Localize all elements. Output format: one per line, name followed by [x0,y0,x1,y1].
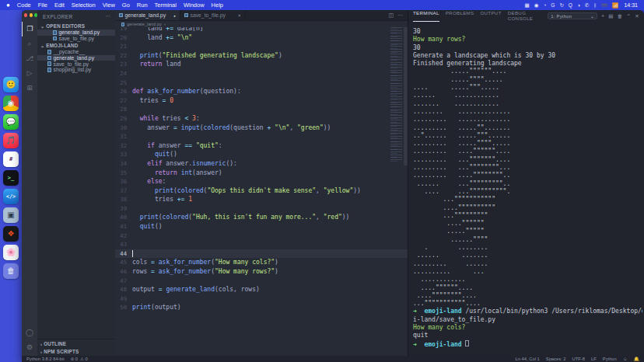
code-line[interactable]: 48 output = generate_land(cols, rows) [115,285,408,294]
code-line[interactable]: 20 land += "\n" [115,33,408,43]
open-editors-header[interactable]: OPEN EDITORS [37,22,115,30]
tab-generate-land[interactable]: generate_land.py [115,10,180,20]
dock-terminal-icon[interactable]: >_ [3,170,19,186]
code-line[interactable]: 45 cols = ask_for_number("How many cols?… [115,258,408,267]
section-outline[interactable]: OUTLINE [37,339,115,347]
activity-search-icon[interactable]: ⌕ [22,37,37,51]
code-line[interactable]: 21 [115,42,408,51]
code-line[interactable]: 41 quit() [115,222,408,231]
code-line[interactable]: 26 def ask_for_number(question): [115,87,408,96]
dock-trash-icon[interactable]: 🗑 [3,263,19,279]
dock-chrome-icon[interactable]: ◉ [3,96,19,111]
status-cursor-position[interactable]: Ln 44, Col 1 [516,357,540,361]
code-line[interactable]: 46 rows = ask_for_number("How many rows?… [115,267,408,277]
code-line[interactable]: 23 return land [115,60,408,69]
code-line[interactable]: 49 [115,294,408,304]
terminal-action-icon[interactable]: + [601,13,604,19]
code-line[interactable]: 36 else: [115,177,408,186]
code-area[interactable]: 19 land += data[n] 20 land += "\n" 21 22… [115,24,408,356]
code-line[interactable]: 27 tries = 0 [115,96,408,106]
code-line[interactable]: 38 tries += 1 [115,195,408,204]
code-line[interactable]: 22 print("Finished generating landscape"… [115,51,408,61]
menubar-status-icon[interactable]: ✆ [585,2,589,9]
terminal-action-icon[interactable]: ▤ [608,13,613,19]
tab-close-icon[interactable] [173,13,176,18]
code-line[interactable]: 43 [115,240,408,249]
menubar-status-icon[interactable]: ◉ [534,2,539,9]
panel-tab-output[interactable]: OUTPUT [480,10,501,22]
menubar-item[interactable]: Go [122,2,130,9]
menubar-status-icon[interactable]: ◔ [543,2,546,9]
close-window-button[interactable] [24,13,27,17]
dock-messages-icon[interactable]: 💬 [3,114,19,130]
tab-save-to-file[interactable]: save_to_file.py [180,10,246,20]
menubar-clock[interactable]: 14:31 [624,2,638,8]
dock-music-icon[interactable]: 🎵 [3,133,19,148]
terminal-shell-selector[interactable]: 1: Python ⌄ [548,12,597,19]
code-line[interactable]: 35 return int(answer) [115,169,408,178]
code-line[interactable]: 25 [115,78,408,88]
code-line[interactable]: 42 [115,231,408,241]
code-line[interactable]: 29 while tries < 3: [115,114,408,124]
activity-settings-gear-icon[interactable]: ⚙ [22,339,37,354]
code-line[interactable]: 24 [115,69,408,78]
file-pycache[interactable]: › __pycache__ [37,49,115,55]
file-shopping-list[interactable]: › shopping_list.py [37,67,115,73]
status-python-version[interactable]: Python 3.8.2 64-bit [26,357,65,361]
menubar-status-icon[interactable]: ↻ [559,2,563,9]
sidebar-more-actions-icon[interactable]: ⋯ [105,13,110,19]
breadcrumb[interactable]: generate_land.py › [115,21,408,27]
activity-explorer-icon[interactable]: ❐ [22,22,37,37]
minimize-window-button[interactable] [30,13,33,17]
dock-vscode-icon[interactable]: </> [3,189,19,204]
workspace-folder-header[interactable]: EMOJI-LAND [37,41,115,49]
menubar-item[interactable]: Terminal [155,2,177,9]
menubar-status-icon[interactable]: 📶 [612,2,618,9]
open-editor-save-to-file[interactable]: save_to_file.py [37,36,115,42]
menubar-status-icon[interactable]: ◑ [577,2,580,9]
dock-finder-icon[interactable]: 🙂 [3,77,19,92]
code-line[interactable]: 31 [115,132,408,141]
menubar-item[interactable]: Window [184,2,205,9]
code-line[interactable]: 37 print(colored("Oops this didn't make … [115,186,408,196]
file-save-to-file[interactable]: › save_to_file.py [37,61,115,67]
code-line[interactable]: 33 quit() [115,150,408,159]
code-line[interactable]: 39 [115,204,408,214]
activity-run-debug-icon[interactable]: ▷ [22,66,37,81]
open-editor-generate-land[interactable]: generate_land.py [37,30,115,36]
status-eol[interactable]: LF [591,357,597,361]
code-line[interactable]: 50 print(output) [115,303,408,312]
code-line[interactable]: 32 if answer == "quit": [115,141,408,151]
code-line[interactable]: 44 [115,249,408,259]
notifications-bell-icon[interactable]: 🔔 [634,357,639,361]
menubar-item[interactable]: Selection [72,2,96,9]
menubar-status-icon[interactable]: G [551,2,555,9]
terminal-action-icon[interactable]: 🗑 [618,13,623,19]
terminal-output[interactable]: 30How many rows?30Generate a landscape w… [413,23,642,356]
status-encoding[interactable]: UTF-8 [572,357,585,361]
code-line[interactable]: 30 answer = input(colored(question + "\n… [115,124,408,133]
dock-photos-icon[interactable]: 🌸 [3,245,19,260]
menubar-status-icon[interactable]: Q [569,2,572,9]
menubar-status-icon[interactable]: ➿ [601,2,607,9]
terminal-action-icon[interactable]: ⌃ [627,13,632,19]
status-language[interactable]: Python [603,357,617,361]
dock-slack-icon[interactable]: # [3,151,19,167]
menubar-item[interactable]: Code [17,2,31,9]
code-line[interactable]: 34 elif answer.isnumeric(): [115,159,408,169]
menubar-item[interactable]: View [103,2,115,9]
menubar-status-icon[interactable]: ▦ [525,2,530,9]
menubar-item[interactable]: Edit [54,2,65,9]
activity-extensions-icon[interactable]: ⊞ [22,81,37,96]
status-problems[interactable]: 0 0 [71,357,88,361]
editor-action-icon[interactable]: ◫ [388,12,394,19]
editor-action-icon[interactable]: ⋯ [397,12,403,19]
panel-tab-terminal[interactable]: TERMINAL [413,10,439,22]
section-npm-scripts[interactable]: NPM SCRIPTS [37,347,115,355]
status-indentation[interactable]: Spaces: 2 [546,357,566,361]
activity-source-control-icon[interactable]: ⎇ [22,51,37,66]
activity-account-icon[interactable]: ◯ [22,325,37,339]
editor-scrollbar[interactable] [404,24,408,165]
apple-menu-icon[interactable]: ● [6,2,10,9]
dock-figma-icon[interactable]: ❖ [3,226,19,242]
